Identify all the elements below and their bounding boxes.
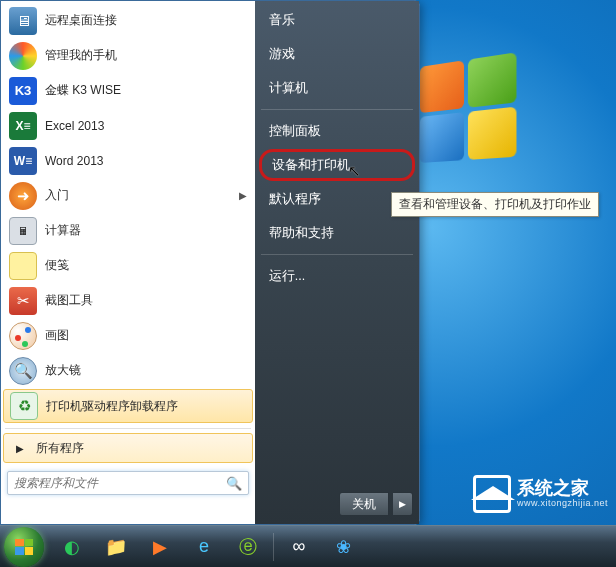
remote-desktop-icon: 🖥 (9, 7, 37, 35)
right-item-label: 默认程序 (269, 191, 321, 208)
program-item[interactable]: ➜入门▶ (1, 178, 255, 213)
magnifier-icon: 🔍 (9, 357, 37, 385)
calculator-icon: 🖩 (9, 217, 37, 245)
right-item-help-support[interactable]: 帮助和支持 (255, 216, 419, 250)
paint-icon (9, 322, 37, 350)
start-menu-right-pane: 音乐游戏计算机控制面板设备和打印机默认程序帮助和支持运行... 关机 ▶ (255, 1, 419, 524)
right-item-devices-printers[interactable]: 设备和打印机 (259, 149, 415, 181)
program-label: 金蝶 K3 WISE (45, 82, 121, 99)
printer-uninstall-icon: ♻ (10, 392, 38, 420)
word-icon: W≡ (9, 147, 37, 175)
watermark: 系统之家 www.xitongzhijia.net (473, 475, 608, 513)
right-item-run[interactable]: 运行... (255, 259, 419, 293)
search-box[interactable]: 🔍 (7, 471, 249, 495)
taskbar-separator (273, 533, 274, 561)
right-item-games[interactable]: 游戏 (255, 37, 419, 71)
program-item[interactable]: K3金蝶 K3 WISE (1, 73, 255, 108)
search-input[interactable] (14, 476, 226, 490)
right-item-label: 音乐 (269, 12, 295, 29)
right-item-label: 帮助和支持 (269, 225, 334, 242)
right-item-label: 游戏 (269, 46, 295, 63)
program-label: 计算器 (45, 222, 81, 239)
sticky-notes-icon (9, 252, 37, 280)
right-item-label: 设备和打印机 (272, 157, 350, 174)
search-icon: 🔍 (226, 476, 242, 491)
separator (5, 428, 251, 429)
program-label: 放大镜 (45, 362, 81, 379)
program-item[interactable]: 画图 (1, 318, 255, 353)
phone-manager-icon (9, 42, 37, 70)
right-item-control-panel[interactable]: 控制面板 (255, 114, 419, 148)
program-label: 画图 (45, 327, 69, 344)
shutdown-label: 关机 (352, 496, 376, 513)
program-label: 便笺 (45, 257, 69, 274)
windows-logo (416, 60, 576, 200)
media-player-icon[interactable]: ▶ (139, 530, 181, 564)
kingdee-k3-icon: K3 (9, 77, 37, 105)
chevron-right-icon: ▶ (239, 190, 247, 201)
cloud-app-icon[interactable]: ∞ (278, 530, 320, 564)
all-programs-label: 所有程序 (36, 440, 84, 457)
start-menu-left-pane: 🖥远程桌面连接管理我的手机K3金蝶 K3 WISEX≡Excel 2013W≡W… (1, 1, 255, 524)
program-item[interactable]: 🖥远程桌面连接 (1, 3, 255, 38)
ie-icon[interactable]: e (183, 530, 225, 564)
program-item[interactable]: 🔍放大镜 (1, 353, 255, 388)
program-item[interactable]: 管理我的手机 (1, 38, 255, 73)
ie10-icon[interactable]: ⓔ (227, 530, 269, 564)
program-label: 入门 (45, 187, 69, 204)
program-label: Excel 2013 (45, 119, 104, 133)
excel-icon: X≡ (9, 112, 37, 140)
right-item-label: 计算机 (269, 80, 308, 97)
program-item[interactable]: 便笺 (1, 248, 255, 283)
program-item[interactable]: ♻打印机驱动程序卸载程序 (3, 389, 253, 423)
right-item-label: 运行... (269, 268, 305, 285)
separator (261, 109, 413, 110)
all-programs-button[interactable]: ▶ 所有程序 (3, 433, 253, 463)
program-item[interactable]: 🖩计算器 (1, 213, 255, 248)
triangle-right-icon: ▶ (16, 443, 24, 454)
house-icon (473, 475, 511, 513)
tooltip: 查看和管理设备、打印机及打印作业 (391, 192, 599, 217)
separator (261, 254, 413, 255)
watermark-title: 系统之家 (517, 479, 608, 499)
explorer-icon[interactable]: 📁 (95, 530, 137, 564)
shutdown-button[interactable]: 关机 (339, 492, 389, 516)
tooltip-text: 查看和管理设备、打印机及打印作业 (399, 197, 591, 211)
right-item-music[interactable]: 音乐 (255, 3, 419, 37)
right-item-computer[interactable]: 计算机 (255, 71, 419, 105)
taskbar: ◐📁▶eⓔ∞❀ (0, 525, 616, 567)
start-menu: 🖥远程桌面连接管理我的手机K3金蝶 K3 WISEX≡Excel 2013W≡W… (0, 0, 420, 525)
program-label: 远程桌面连接 (45, 12, 117, 29)
baidu-icon[interactable]: ❀ (322, 530, 364, 564)
snipping-tool-icon: ✂ (9, 287, 37, 315)
program-item[interactable]: X≡Excel 2013 (1, 108, 255, 143)
right-item-label: 控制面板 (269, 123, 321, 140)
shutdown-row: 关机 ▶ (255, 488, 419, 522)
program-label: 管理我的手机 (45, 47, 117, 64)
watermark-url: www.xitongzhijia.net (517, 499, 608, 509)
program-label: 截图工具 (45, 292, 93, 309)
start-button[interactable] (4, 527, 44, 567)
qihoo-icon[interactable]: ◐ (51, 530, 93, 564)
program-item[interactable]: W≡Word 2013 (1, 143, 255, 178)
program-item[interactable]: ✂截图工具 (1, 283, 255, 318)
getting-started-icon: ➜ (9, 182, 37, 210)
program-label: Word 2013 (45, 154, 103, 168)
program-label: 打印机驱动程序卸载程序 (46, 398, 178, 415)
shutdown-options-button[interactable]: ▶ (393, 492, 413, 516)
